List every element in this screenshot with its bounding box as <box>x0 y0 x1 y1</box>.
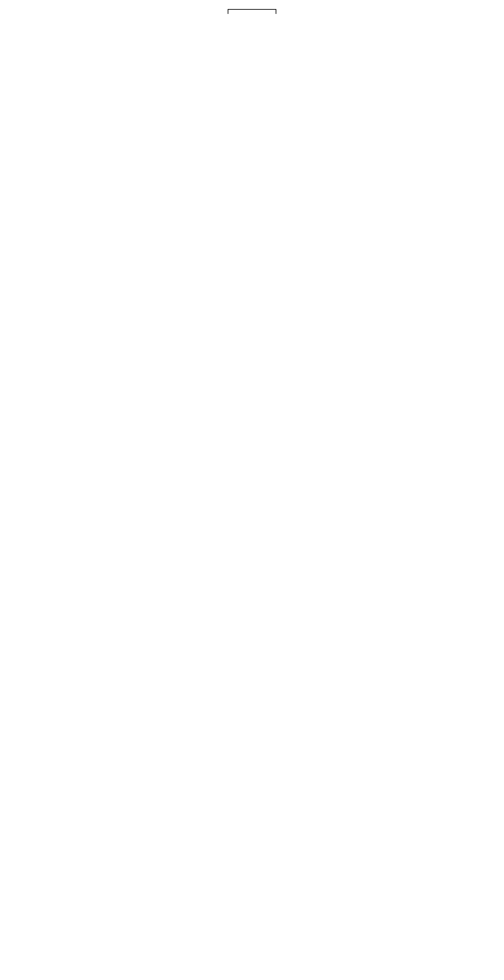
start-node: 开始 <box>228 9 276 14</box>
start-label: 开始 <box>246 11 258 14</box>
